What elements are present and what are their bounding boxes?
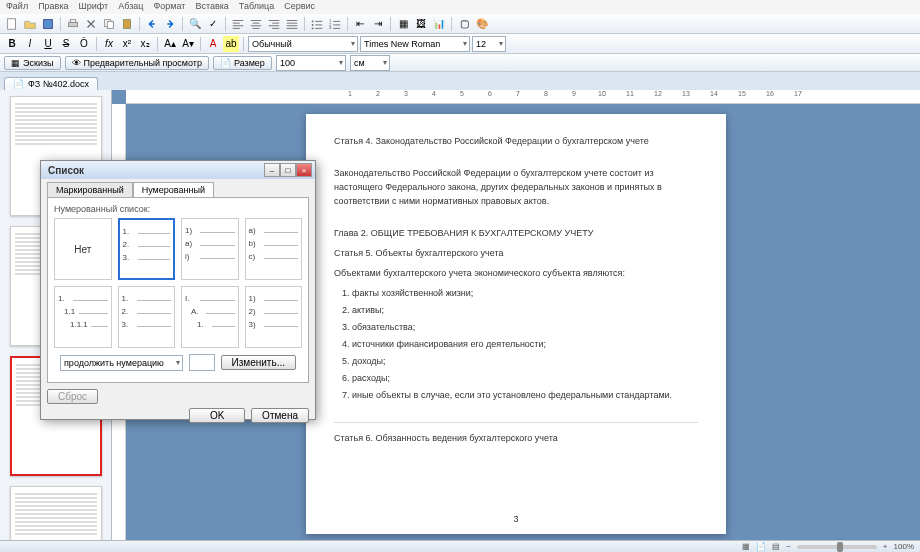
menu-insert[interactable]: Вставка bbox=[195, 1, 228, 13]
menu-format[interactable]: Формат bbox=[153, 1, 185, 13]
chart-icon[interactable]: 📊 bbox=[431, 16, 447, 32]
level-input[interactable] bbox=[189, 354, 215, 371]
align-center-icon[interactable] bbox=[248, 16, 264, 32]
svg-rect-3 bbox=[70, 19, 75, 22]
strike-icon[interactable]: S bbox=[58, 36, 74, 52]
tab-numbered[interactable]: Нумерованный bbox=[133, 182, 214, 197]
grid-icon: ▦ bbox=[11, 58, 20, 68]
menu-table[interactable]: Таблица bbox=[239, 1, 274, 13]
list-option-2[interactable]: 1) a) i) bbox=[181, 218, 239, 280]
style-combo[interactable]: Обычный bbox=[248, 36, 358, 52]
print-icon[interactable] bbox=[65, 16, 81, 32]
open-icon[interactable] bbox=[22, 16, 38, 32]
view-mode-icon[interactable]: ▦ bbox=[742, 542, 750, 551]
align-left-icon[interactable] bbox=[230, 16, 246, 32]
align-justify-icon[interactable] bbox=[284, 16, 300, 32]
menu-font[interactable]: Шрифт bbox=[79, 1, 109, 13]
menubar: Файл Правка Шрифт Абзац Формат Вставка Т… bbox=[0, 0, 920, 14]
format-toolbar: B I U S Ō fx x² x₂ A▴ A▾ A ab Обычный Ti… bbox=[0, 34, 920, 54]
bold-icon[interactable]: B bbox=[4, 36, 20, 52]
group-label: Нумерованный список: bbox=[54, 204, 302, 214]
spellcheck-icon[interactable]: ✓ bbox=[205, 16, 221, 32]
minimize-icon[interactable]: – bbox=[264, 163, 280, 177]
list-option-7[interactable]: 1) 2) 3) bbox=[245, 286, 303, 348]
underline-icon[interactable]: U bbox=[40, 36, 56, 52]
zoom-slider[interactable] bbox=[797, 545, 877, 549]
thumbnails-button[interactable]: ▦Эскизы bbox=[4, 56, 61, 70]
list-option-4[interactable]: 1. 1.1 1.1.1 bbox=[54, 286, 112, 348]
list-option-1[interactable]: 1. 2. 3. bbox=[118, 218, 176, 280]
table-icon[interactable]: ▦ bbox=[395, 16, 411, 32]
list-option-none[interactable]: Нет bbox=[54, 218, 112, 280]
indent-increase-icon[interactable]: ⇥ bbox=[370, 16, 386, 32]
separator bbox=[96, 37, 97, 51]
font-color-icon[interactable]: A bbox=[205, 36, 221, 52]
numbered-list-icon[interactable]: 123 bbox=[327, 16, 343, 32]
menu-service[interactable]: Сервис bbox=[284, 1, 315, 13]
fill-color-icon[interactable]: 🎨 bbox=[474, 16, 490, 32]
document-page[interactable]: Статья 4. Законодательство Российской Фе… bbox=[306, 114, 726, 534]
list-option-5[interactable]: 1. 2. 3. bbox=[118, 286, 176, 348]
cut-icon[interactable] bbox=[83, 16, 99, 32]
menu-edit[interactable]: Правка bbox=[38, 1, 68, 13]
size-button[interactable]: 📄Размер bbox=[213, 56, 272, 70]
view-mode-icon[interactable]: ▤ bbox=[772, 542, 780, 551]
view-mode-icon[interactable]: 📄 bbox=[756, 542, 766, 551]
preview-button[interactable]: 👁Предварительный просмотр bbox=[65, 56, 209, 70]
font-combo[interactable]: Times New Roman bbox=[360, 36, 470, 52]
image-icon[interactable]: 🖼 bbox=[413, 16, 429, 32]
close-icon[interactable]: × bbox=[296, 163, 312, 177]
zoom-value[interactable]: 100% bbox=[894, 542, 914, 551]
tab-bulleted[interactable]: Маркированный bbox=[47, 182, 133, 197]
eye-icon: 👁 bbox=[72, 58, 81, 68]
list-dialog: Список – □ × Маркированный Нумерованный … bbox=[40, 160, 316, 420]
unit-combo[interactable]: см bbox=[350, 55, 390, 71]
dialog-content: Нумерованный список: Нет 1. 2. 3. 1) a) … bbox=[47, 197, 309, 383]
highlight-icon[interactable]: ab bbox=[223, 36, 239, 52]
separator bbox=[243, 37, 244, 51]
save-icon[interactable] bbox=[40, 16, 56, 32]
zoom-in-icon[interactable]: + bbox=[883, 542, 888, 551]
sub-icon[interactable]: x₂ bbox=[137, 36, 153, 52]
overline-icon[interactable]: Ō bbox=[76, 36, 92, 52]
font-shrink-icon[interactable]: A▾ bbox=[180, 36, 196, 52]
list-option-6[interactable]: I. A. 1. bbox=[181, 286, 239, 348]
bullet-list-icon[interactable] bbox=[309, 16, 325, 32]
svg-rect-0 bbox=[8, 18, 16, 29]
thumbnail-page[interactable] bbox=[10, 486, 102, 540]
separator bbox=[139, 17, 140, 31]
zoom-out-icon[interactable]: − bbox=[786, 542, 791, 551]
reset-button[interactable]: Сброс bbox=[47, 389, 98, 404]
align-right-icon[interactable] bbox=[266, 16, 282, 32]
list-option-3[interactable]: a) b) c) bbox=[245, 218, 303, 280]
zoom-in-icon[interactable]: 🔍 bbox=[187, 16, 203, 32]
copy-icon[interactable] bbox=[101, 16, 117, 32]
dialog-titlebar[interactable]: Список – □ × bbox=[41, 161, 315, 179]
borders-icon[interactable]: ▢ bbox=[456, 16, 472, 32]
cancel-button[interactable]: Отмена bbox=[251, 408, 309, 423]
menu-paragraph[interactable]: Абзац bbox=[118, 1, 143, 13]
sup-icon[interactable]: x² bbox=[119, 36, 135, 52]
function-icon[interactable]: fx bbox=[101, 36, 117, 52]
undo-icon[interactable] bbox=[144, 16, 160, 32]
new-doc-icon[interactable] bbox=[4, 16, 20, 32]
separator bbox=[304, 17, 305, 31]
maximize-icon[interactable]: □ bbox=[280, 163, 296, 177]
document-tab[interactable]: 📄 ФЗ №402.docx bbox=[4, 77, 98, 90]
list-item: иные объекты в случае, если это установл… bbox=[352, 388, 698, 402]
redo-icon[interactable] bbox=[162, 16, 178, 32]
chapter-2-title: Глава 2. ОБЩИЕ ТРЕБОВАНИЯ К БУХГАЛТЕРСКО… bbox=[334, 226, 698, 240]
zoom-combo[interactable]: 100 bbox=[276, 55, 346, 71]
horizontal-ruler[interactable]: 1234567891011121314151617 bbox=[126, 90, 920, 104]
font-grow-icon[interactable]: A▴ bbox=[162, 36, 178, 52]
ok-button[interactable]: OK bbox=[189, 408, 245, 423]
separator bbox=[182, 17, 183, 31]
italic-icon[interactable]: I bbox=[22, 36, 38, 52]
menu-file[interactable]: Файл bbox=[6, 1, 28, 13]
continue-numbering-combo[interactable]: продолжить нумерацию bbox=[60, 355, 183, 371]
page-number: 3 bbox=[306, 512, 726, 526]
modify-button[interactable]: Изменить... bbox=[221, 355, 296, 370]
paste-icon[interactable] bbox=[119, 16, 135, 32]
indent-decrease-icon[interactable]: ⇤ bbox=[352, 16, 368, 32]
size-combo[interactable]: 12 bbox=[472, 36, 506, 52]
